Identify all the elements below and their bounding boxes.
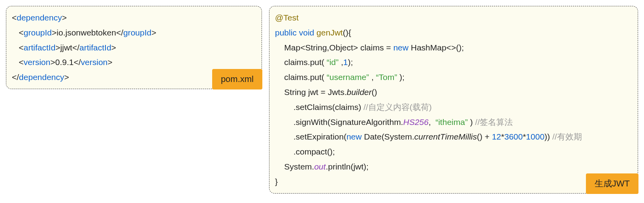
panel-badge: 生成JWT bbox=[586, 173, 638, 194]
code-line: claims.put( “username” , “Tom” ); bbox=[275, 70, 632, 85]
code-line: <groupId>io.jsonwebtoken</groupId> bbox=[12, 25, 256, 40]
pom-xml-panel: <dependency> <groupId>io.jsonwebtoken</g… bbox=[6, 6, 262, 89]
code-line: .signWith(SignatureAlgorithm.HS256, “ith… bbox=[275, 115, 632, 130]
code-line: String jwt = Jwts.builder() bbox=[275, 85, 632, 100]
code-line: .compact(); bbox=[275, 144, 632, 159]
java-code-panel: @Test public void genJwt(){ Map<String,O… bbox=[269, 6, 638, 194]
code-line: Map<String,Object> claims = new HashMap<… bbox=[275, 40, 632, 55]
code-line: <artifactId>jjwt</artifactId> bbox=[12, 40, 256, 55]
code-line: @Test bbox=[275, 10, 632, 25]
code-line: .setExpiration(new Date(System.currentTi… bbox=[275, 129, 632, 144]
code-line: public void genJwt(){ bbox=[275, 25, 632, 40]
code-line: <dependency> bbox=[12, 10, 256, 25]
panel-badge: pom.xml bbox=[212, 69, 262, 89]
code-line: claims.put( “id” ,1); bbox=[275, 55, 632, 70]
code-line: } bbox=[275, 174, 632, 189]
code-line: <version>0.9.1</version> bbox=[12, 55, 256, 70]
code-line: System.out.println(jwt); bbox=[275, 159, 632, 174]
code-line: .setClaims(claims) //自定义内容(载荷) bbox=[275, 100, 632, 115]
